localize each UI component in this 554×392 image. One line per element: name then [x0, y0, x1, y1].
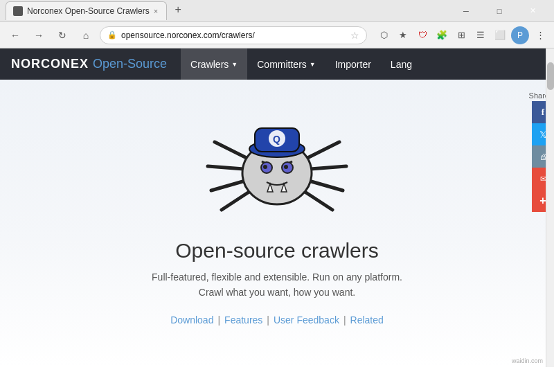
list-icon[interactable]: ☰: [472, 27, 489, 44]
menu-icon[interactable]: ⋮: [532, 27, 548, 44]
back-button[interactable]: ←: [6, 26, 25, 45]
close-button[interactable]: ✕: [517, 0, 548, 22]
tablet-icon[interactable]: ⬜: [492, 27, 508, 44]
security-lock-icon: 🔒: [107, 30, 117, 39]
title-bar: Norconex Open-Source Crawlers × + ─ □ ✕: [0, 0, 554, 22]
scrollbar-thumb[interactable]: [547, 62, 554, 90]
window-controls: ─ □ ✕: [450, 0, 548, 22]
address-bar-row: ← → ↻ ⌂ 🔒 opensource.norconex.com/crawle…: [0, 22, 554, 48]
grid-icon[interactable]: ⊞: [453, 27, 470, 44]
committers-dropdown-icon: ▼: [310, 61, 316, 68]
logo-norconex-text: NORCONEX: [11, 57, 89, 71]
facebook-icon: f: [542, 107, 544, 118]
features-link[interactable]: Features: [224, 314, 262, 326]
star-icon[interactable]: ☆: [350, 30, 359, 41]
browser-tab[interactable]: Norconex Open-Source Crawlers ×: [6, 1, 167, 20]
shield-icon[interactable]: 🛡: [414, 27, 431, 44]
download-link[interactable]: Download: [170, 314, 213, 326]
crawlers-dropdown-icon: ▼: [231, 61, 238, 68]
address-bar[interactable]: 🔒 opensource.norconex.com/crawlers/ ☆: [100, 26, 367, 44]
svg-point-14: [284, 165, 288, 169]
toolbar-icons: ⬡ ★ 🛡 🧩 ⊞ ☰ ⬜ P ⋮: [375, 26, 548, 44]
main-content: Q Open-source crawlers Full-featured, fl…: [0, 80, 554, 339]
website-content: NORCONEX Open-Source Crawlers ▼ Committe…: [0, 48, 554, 367]
nav-crawlers[interactable]: Crawlers ▼: [181, 48, 247, 80]
hero-title: Open-source crawlers: [175, 239, 378, 262]
extensions-icon[interactable]: ⬡: [375, 27, 392, 44]
home-button[interactable]: ⌂: [76, 26, 96, 45]
related-link[interactable]: Related: [350, 314, 384, 326]
nav-committers[interactable]: Committers ▼: [247, 48, 325, 80]
refresh-button[interactable]: ↻: [53, 26, 72, 45]
scrollbar[interactable]: [546, 48, 554, 367]
site-navigation: NORCONEX Open-Source Crawlers ▼ Committe…: [0, 48, 554, 80]
hero-links: Download | Features | User Feedback | Re…: [170, 314, 384, 326]
tab-favicon: [13, 6, 23, 16]
minimize-button[interactable]: ─: [450, 0, 482, 22]
tab-title: Norconex Open-Source Crawlers: [27, 6, 150, 16]
nav-lang[interactable]: Lang: [381, 48, 422, 80]
logo-opensource-text: Open-Source: [93, 57, 167, 71]
sep-3: |: [343, 314, 346, 326]
tab-close-button[interactable]: ×: [154, 7, 158, 15]
nav-importer[interactable]: Importer: [325, 48, 381, 80]
profile-icon[interactable]: P: [511, 26, 529, 44]
bookmark-icon[interactable]: ★: [395, 27, 411, 44]
svg-text:Q: Q: [273, 134, 280, 145]
puzzle-icon[interactable]: 🧩: [434, 27, 450, 44]
user-feedback-link[interactable]: User Feedback: [274, 314, 339, 326]
maximize-button[interactable]: □: [483, 0, 515, 22]
new-tab-button[interactable]: +: [170, 1, 186, 18]
watermark: waidin.com: [512, 357, 543, 364]
address-text: opensource.norconex.com/crawlers/: [121, 30, 346, 40]
hero-subtitle: Full-featured, flexible and extensible. …: [152, 269, 402, 301]
forward-button[interactable]: →: [29, 26, 48, 45]
sep-1: |: [217, 314, 220, 326]
site-logo[interactable]: NORCONEX Open-Source: [11, 57, 167, 71]
sep-2: |: [267, 314, 269, 326]
svg-point-13: [263, 165, 267, 169]
spider-illustration: Q: [201, 100, 353, 225]
